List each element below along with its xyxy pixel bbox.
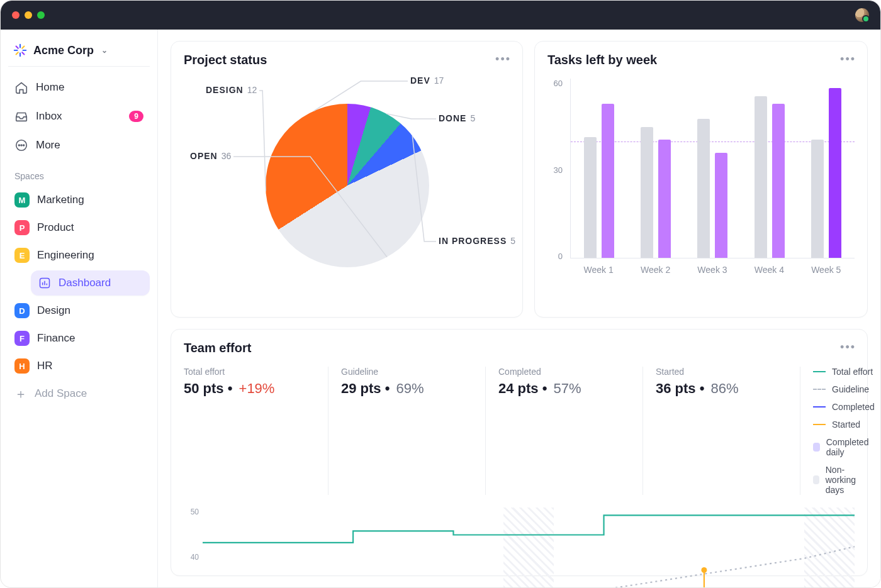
stat-completed: Completed 24 pts • 57%	[498, 367, 643, 495]
space-label: Finance	[37, 332, 75, 345]
bar-y-axis: 60300	[547, 79, 563, 261]
dashboard-icon	[38, 277, 51, 289]
legend-swatch-total	[813, 371, 826, 372]
pie-slice-label: DESIGN12	[206, 85, 257, 95]
spaces-section-label: Spaces	[8, 161, 150, 185]
workspace-logo-icon	[13, 43, 27, 57]
space-engineering[interactable]: E Engineering	[8, 243, 150, 268]
sidebar: Acme Corp ⌄ Home Inbox 9 More Spaces M M…	[1, 30, 158, 587]
main: Project status ••• DEV17DONE5IN PROGRESS…	[158, 30, 880, 587]
nav-more-label: More	[36, 139, 60, 152]
space-label: Product	[37, 221, 74, 234]
window-controls	[12, 11, 45, 19]
card-project-status: Project status ••• DEV17DONE5IN PROGRESS…	[171, 41, 523, 318]
bar-group	[804, 88, 848, 258]
legend-swatch-guideline	[813, 389, 826, 390]
bar-plot	[570, 79, 855, 258]
space-design[interactable]: D Design	[8, 298, 150, 323]
space-icon-e: E	[14, 248, 30, 263]
svg-line-4	[16, 47, 18, 48]
card-title: Team effort	[184, 341, 855, 355]
svg-line-6	[16, 52, 18, 54]
bar	[772, 104, 785, 258]
space-hr[interactable]: H HR	[8, 353, 150, 379]
pie-slice-label: IN PROGRESS5	[439, 236, 515, 246]
legend-swatch-nonworking	[813, 475, 819, 484]
te-y-axis: 50403020	[184, 508, 199, 587]
avatar[interactable]	[855, 8, 869, 22]
legend-swatch-started	[813, 424, 826, 425]
home-icon	[14, 80, 28, 94]
space-product[interactable]: P Product	[8, 215, 150, 240]
legend-swatch-completed	[813, 406, 826, 408]
team-effort-legend: Total effort Guideline Completed Started…	[813, 367, 875, 495]
pie-leader-lines	[184, 72, 510, 299]
svg-point-9	[18, 145, 20, 146]
svg-line-7	[22, 47, 24, 48]
pie-chart: DEV17DONE5IN PROGRESS5OPEN36DESIGN12	[184, 72, 510, 299]
bar	[602, 104, 614, 258]
space-icon-m: M	[14, 192, 30, 208]
team-effort-chart: 50403020	[203, 508, 855, 587]
nav-more[interactable]: More	[8, 132, 150, 158]
card-title: Tasks left by week	[547, 53, 855, 67]
space-label: Design	[37, 304, 70, 317]
bar-chart: 60300 Week 1Week 2Week 3Week 4Week 5	[566, 79, 855, 274]
stat-started: Started 36 pts • 86%	[656, 367, 800, 495]
bar	[641, 127, 653, 258]
legend-swatch-completed-daily	[813, 443, 820, 452]
card-team-effort: Team effort ••• Total effort 50 pts • +1…	[171, 329, 868, 576]
dashboard-label: Dashboard	[59, 277, 111, 289]
card-tasks-by-week: Tasks left by week ••• 60300 Week 1Week …	[534, 41, 868, 318]
space-icon-h: H	[14, 358, 30, 374]
space-marketing[interactable]: M Marketing	[8, 187, 150, 213]
card-more-button[interactable]: •••	[495, 53, 511, 66]
bar-group	[577, 104, 621, 258]
bar	[829, 88, 841, 258]
stat-guideline: Guideline 29 pts • 69%	[341, 367, 486, 495]
space-label: Marketing	[37, 194, 84, 206]
plus-icon: ＋	[14, 387, 27, 400]
bar-groups	[571, 79, 855, 258]
bar	[658, 140, 671, 258]
svg-point-10	[21, 145, 22, 146]
space-icon-f: F	[14, 331, 30, 346]
maximize-window-button[interactable]	[37, 11, 45, 19]
space-finance[interactable]: F Finance	[8, 326, 150, 351]
bar	[715, 153, 727, 258]
more-icon	[14, 138, 28, 152]
space-icon-d: D	[14, 303, 30, 318]
nav-inbox[interactable]: Inbox 9	[8, 103, 150, 130]
add-space-label: Add Space	[35, 387, 87, 400]
bar	[697, 119, 710, 258]
bar-group	[690, 119, 734, 258]
svg-point-16	[701, 567, 707, 573]
workspace-switcher[interactable]: Acme Corp ⌄	[8, 38, 150, 67]
bar-group	[634, 127, 678, 258]
pie-slice-label: DEV17	[410, 75, 444, 86]
inbox-badge: 9	[129, 111, 143, 122]
bar-group	[748, 96, 792, 258]
titlebar	[1, 1, 880, 30]
space-engineering-dashboard[interactable]: Dashboard	[31, 270, 150, 296]
chevron-down-icon: ⌄	[101, 46, 108, 55]
team-effort-stats: Total effort 50 pts • +19% Guideline 29 …	[184, 367, 855, 495]
svg-point-11	[23, 145, 25, 146]
space-label: HR	[37, 360, 53, 372]
inbox-icon	[14, 109, 28, 123]
close-window-button[interactable]	[12, 11, 20, 19]
nav-home[interactable]: Home	[8, 74, 150, 101]
bar	[755, 96, 767, 258]
card-more-button[interactable]: •••	[840, 53, 856, 66]
bar	[811, 140, 824, 258]
pie-slice-label: OPEN36	[190, 151, 231, 161]
te-plot	[203, 508, 855, 587]
card-more-button[interactable]: •••	[840, 341, 856, 354]
minimize-window-button[interactable]	[25, 11, 32, 19]
workspace-name: Acme Corp	[33, 44, 94, 57]
add-space-button[interactable]: ＋ Add Space	[8, 381, 150, 406]
card-title: Project status	[184, 53, 510, 67]
stat-total-effort: Total effort 50 pts • +19%	[184, 367, 328, 495]
pie-slice-label: DONE5	[439, 113, 475, 123]
nav-inbox-label: Inbox	[36, 110, 62, 123]
